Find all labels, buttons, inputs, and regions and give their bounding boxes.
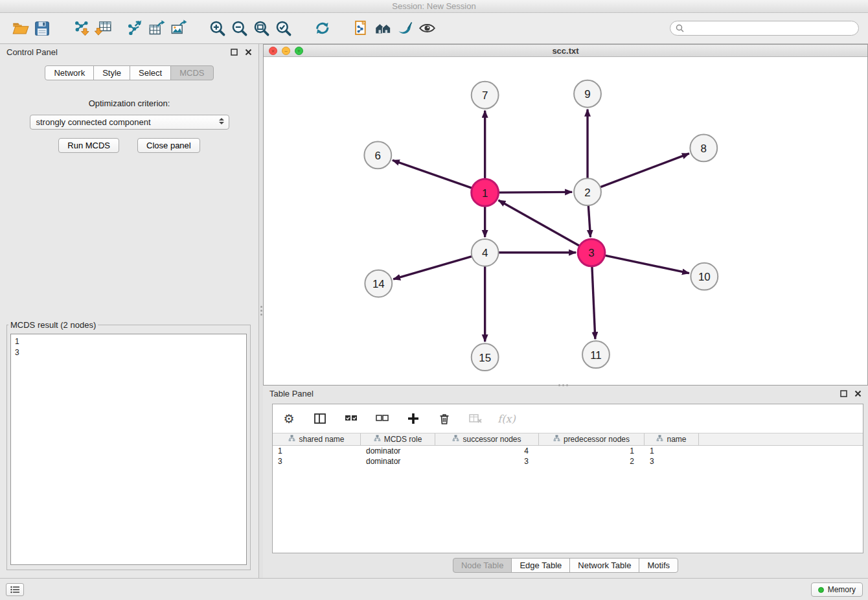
edge-1-2[interactable] (499, 192, 573, 192)
table-panel-title: Table Panel (269, 389, 314, 398)
edge-3-1[interactable] (498, 200, 579, 246)
export-image-icon[interactable] (167, 17, 189, 40)
refresh-layout-icon[interactable] (311, 17, 333, 40)
tab-network-table[interactable]: Network Table (569, 558, 639, 573)
search-icon (676, 24, 684, 32)
sort-column-icon (288, 435, 295, 444)
search-box[interactable] (670, 21, 859, 36)
tab-style[interactable]: Style (93, 65, 130, 80)
table-row[interactable]: 1dominator411 (273, 446, 863, 456)
sort-column-icon (553, 435, 560, 444)
add-row-icon[interactable] (405, 410, 422, 427)
column-header-label: successor nodes (463, 435, 521, 444)
zoom-in-icon[interactable] (206, 17, 228, 40)
mcds-result-title: MCDS result (2 nodes) (8, 320, 98, 330)
tab-mcds[interactable]: MCDS (170, 65, 213, 80)
edge-4-14[interactable] (393, 257, 472, 279)
node-label-9: 9 (584, 88, 590, 100)
memory-label: Memory (828, 585, 856, 594)
tab-network[interactable]: Network (45, 65, 94, 80)
apply-style-icon[interactable] (394, 17, 416, 40)
tab-edge-table[interactable]: Edge Table (511, 558, 570, 573)
list-icon (10, 586, 20, 594)
column-header-shared-name[interactable]: shared name (273, 433, 361, 445)
home-networks-icon[interactable] (372, 17, 394, 40)
close-window-icon[interactable]: × (269, 47, 277, 55)
dropdown-selected-value: strongly connected component (36, 117, 151, 127)
import-table-file-icon[interactable] (92, 17, 114, 40)
task-history-button[interactable] (6, 583, 24, 596)
select-all-icon[interactable] (343, 410, 360, 427)
table-cell[interactable]: 3 (435, 456, 539, 467)
table-cell[interactable]: 3 (645, 456, 699, 467)
show-columns-icon[interactable] (312, 410, 328, 427)
close-table-panel-icon[interactable] (854, 389, 862, 397)
edge-3-11[interactable] (592, 266, 595, 340)
delete-row-icon[interactable] (436, 410, 453, 427)
sort-column-icon (656, 435, 663, 444)
node-table: ⚙ (272, 404, 863, 553)
horizontal-splitter-grip-icon[interactable] (553, 384, 573, 386)
close-panel-button[interactable]: Close panel (137, 138, 200, 153)
table-cell[interactable]: 2 (539, 456, 645, 467)
mcds-result-box[interactable]: 13 (10, 334, 247, 565)
minimize-window-icon[interactable]: − (282, 47, 290, 55)
zoom-fit-icon[interactable] (250, 17, 272, 40)
splitter-grip-icon[interactable] (260, 302, 262, 319)
tab-node-table[interactable]: Node Table (453, 558, 512, 573)
column-header-predecessor-nodes[interactable]: predecessor nodes (539, 433, 645, 445)
edge-3-10[interactable] (604, 255, 689, 273)
float-panel-icon[interactable] (230, 48, 238, 56)
network-canvas[interactable]: 7968124314101511 (264, 57, 867, 385)
optimization-criterion-select[interactable]: strongly connected component (30, 115, 229, 130)
column-header-successor-nodes[interactable]: successor nodes (435, 433, 539, 445)
save-session-icon[interactable] (31, 17, 53, 40)
edge-2-8[interactable] (600, 154, 689, 187)
export-network-icon[interactable] (123, 17, 145, 40)
table-cell[interactable]: 3 (273, 456, 361, 467)
edge-2-3[interactable] (588, 205, 590, 237)
dropdown-arrows-icon (219, 118, 224, 124)
table-row[interactable]: 3dominator323 (273, 456, 863, 467)
import-public-database-icon[interactable] (350, 17, 372, 40)
column-header-name[interactable]: name (645, 433, 699, 445)
network-graph[interactable]: 7968124314101511 (264, 57, 867, 385)
column-header-MCDS-role[interactable]: MCDS role (361, 433, 435, 445)
zoom-window-icon[interactable]: + (295, 47, 303, 55)
result-line: 3 (15, 347, 242, 358)
node-label-6: 6 (375, 150, 381, 162)
control-panel: Control Panel NetworkStyleSelectMCDS Opt… (0, 44, 259, 578)
table-body: 1dominator4113dominator323 (273, 446, 863, 467)
table-cell[interactable]: dominator (361, 446, 435, 456)
main-toolbar (0, 13, 868, 44)
control-panel-tabs: NetworkStyleSelectMCDS (0, 65, 258, 80)
tab-motifs[interactable]: Motifs (639, 558, 678, 573)
table-cell[interactable]: 1 (645, 446, 699, 456)
table-cell[interactable]: dominator (361, 456, 435, 467)
zoom-selected-icon[interactable] (272, 17, 294, 40)
float-table-panel-icon[interactable] (839, 389, 847, 397)
search-input[interactable] (687, 23, 853, 33)
node-label-4: 4 (482, 247, 488, 259)
close-panel-icon[interactable] (244, 48, 252, 56)
show-graphics-details-icon[interactable] (416, 17, 438, 40)
table-panel-tabs: Node TableEdge TableNetwork TableMotifs (263, 558, 868, 573)
import-network-file-icon[interactable] (70, 17, 92, 40)
network-view-window: × − + scc.txt 7968124314101511 (263, 44, 868, 386)
edge-1-6[interactable] (393, 160, 472, 188)
column-header-label: name (667, 435, 686, 444)
export-table-icon[interactable] (145, 17, 167, 40)
table-cell[interactable]: 4 (435, 446, 539, 456)
tab-select[interactable]: Select (130, 65, 171, 80)
zoom-out-icon[interactable] (228, 17, 250, 40)
function-builder-icon: f(x) (498, 410, 515, 427)
table-cell[interactable]: 1 (273, 446, 361, 456)
run-mcds-button[interactable]: Run MCDS (58, 138, 119, 153)
table-cell[interactable]: 1 (539, 446, 645, 456)
deselect-all-icon[interactable] (374, 410, 391, 427)
open-session-icon[interactable] (9, 17, 31, 40)
memory-button[interactable]: Memory (811, 583, 863, 597)
node-label-1: 1 (482, 187, 488, 200)
node-label-14: 14 (372, 278, 385, 290)
table-settings-icon[interactable]: ⚙ (280, 410, 297, 427)
